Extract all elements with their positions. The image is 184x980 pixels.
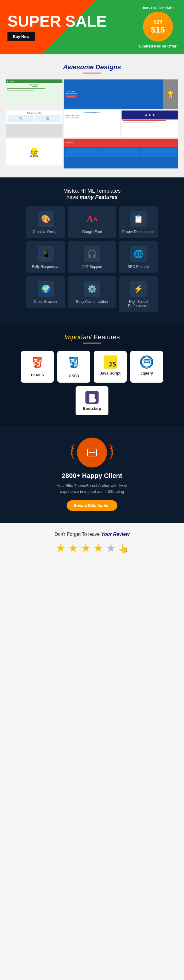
feature-creative-design: 🎨 Creative Design — [26, 207, 65, 239]
jquery-icon — [140, 355, 153, 369]
important-title-underline — [83, 343, 101, 344]
tech-javascript: JS Java Script — [94, 351, 127, 383]
price-circle: $29 $15 — [143, 12, 173, 41]
design-card-4: 25 Years of Experience 430+ Projects 20+… — [63, 110, 120, 137]
documented-label: Proper Documented — [122, 230, 154, 234]
feature-fully-responsive: 📱 Fully Responsive — [26, 241, 65, 273]
support-label: 24/7 Support — [82, 265, 103, 269]
elite-badge-icon — [77, 438, 107, 468]
javascript-icon: JS — [104, 355, 117, 369]
seo-icon: 🌐 — [130, 246, 147, 262]
important-features-section: Important Features HTML5 — [0, 323, 184, 426]
google-font-label: Google Font — [82, 230, 102, 234]
new-price: $15 — [151, 25, 165, 35]
sale-banner: SUPER SALE Buy Now Hurry Up! Don't Miss … — [0, 0, 184, 54]
title-underline — [83, 73, 101, 73]
feature-easy-customization: ⚙️ Easy Customization — [68, 276, 116, 308]
happy-client-section: 2800+ Happy Client As a Elite ThemeFores… — [0, 426, 184, 523]
feature-cross-browser: 🌍 Cross Browser — [26, 276, 65, 308]
features-right-col: 📋 Proper Documented 🌐 SEO Friendly ⚡ Hig… — [119, 207, 158, 312]
features-section-title: Mistox HTML Templates have many Features — [6, 188, 178, 200]
support-icon: 🎧 — [84, 246, 100, 262]
awesome-designs-section: Awesome Designs Mistox Solar PowerSystem — [0, 54, 184, 177]
tech-bootstrap: Bootstarp — [76, 386, 108, 415]
feature-seo-friendly: 🌐 SEO Friendly — [119, 241, 158, 273]
features-left-col: 🎨 Creative Design 📱 Fully Responsive 🌍 C… — [26, 207, 65, 312]
designs-grid: Mistox Solar PowerSystem BUILDING Servic… — [6, 80, 178, 169]
feature-247-support: 🎧 24/7 Support — [68, 241, 116, 273]
css3-icon — [67, 355, 80, 371]
stars-row: ★ ★ ★ ★ ★ 👆 — [6, 541, 178, 555]
design-card-7: Our Services — [63, 138, 178, 169]
google-font-icon: A A — [84, 211, 100, 227]
features-section: Mistox HTML Templates have many Features… — [0, 177, 184, 323]
seo-label: SEO Friendly — [128, 265, 149, 269]
awesome-designs-title: Awesome Designs — [6, 63, 178, 71]
fully-responsive-icon: 📱 — [38, 246, 54, 262]
features-center-col: A A Google Font 🎧 24/7 Support ⚙️ Easy C… — [68, 207, 116, 312]
bootstrap-label: Bootstarp — [83, 406, 101, 411]
feature-google-font: A A Google Font — [68, 207, 116, 239]
star-1: ★ — [56, 541, 66, 555]
customization-label: Easy Customization — [76, 299, 108, 304]
cursor-hand-icon: 👆 — [118, 544, 129, 554]
tech-css3: CSS3 — [57, 351, 90, 383]
old-price: $29 — [153, 19, 162, 25]
star-5: ★ — [106, 541, 116, 555]
review-section: Don't Forget To leave Your Review ★ ★ ★ … — [0, 523, 184, 564]
design-card-2: BUILDING Services Provider GET QUOTE 👷 — [63, 80, 178, 109]
sale-title: SUPER SALE — [8, 13, 106, 29]
tech-html5: HTML5 — [21, 351, 54, 383]
cross-browser-label: Cross Browser — [34, 299, 58, 304]
laurel-left-icon — [70, 443, 78, 463]
design-card-3: Welcome to plumber 🔧 🏠 — [6, 110, 62, 137]
star-4: ★ — [93, 541, 103, 555]
creative-design-icon: 🎨 — [38, 211, 54, 227]
star-2: ★ — [68, 541, 78, 555]
html5-label: HTML5 — [31, 373, 44, 377]
technologies-grid: HTML5 CSS3 JS Java Script — [6, 351, 178, 415]
speed-label: High Speed Performance — [122, 299, 155, 308]
speed-icon: ⚡ — [130, 281, 147, 297]
elite-author-button[interactable]: Envato Elite Author — [67, 500, 117, 511]
tech-jquery: Jquery — [130, 351, 163, 383]
documented-icon: 📋 — [130, 211, 147, 227]
bootstrap-icon — [86, 391, 98, 404]
limited-offer-text: Limited Period Offer — [139, 44, 176, 48]
fully-responsive-label: Fully Responsive — [32, 265, 59, 269]
review-text: Don't Forget To leave Your Review — [6, 532, 178, 537]
hurry-text: Hurry Up! Don't Miss — [139, 6, 176, 10]
css3-label: CSS3 — [69, 374, 79, 378]
client-count: 2800+ Happy Client — [6, 472, 178, 480]
feature-high-speed: ⚡ High Speed Performance — [119, 276, 158, 312]
important-features-title: Important Features — [6, 333, 178, 341]
jquery-label: Jquery — [140, 371, 153, 375]
feature-proper-documented: 📋 Proper Documented — [119, 207, 158, 239]
cross-browser-icon: 🌍 — [38, 281, 54, 297]
javascript-label: Java Script — [100, 371, 121, 375]
html5-icon — [31, 355, 44, 371]
design-card-1: Mistox Solar PowerSystem — [6, 80, 62, 107]
creative-design-label: Creative Design — [33, 230, 58, 234]
buy-now-button[interactable]: Buy Now — [8, 32, 35, 41]
features-layout: 🎨 Creative Design 📱 Fully Responsive 🌍 C… — [6, 207, 178, 312]
client-description: As a Elite ThemeForest Author with 6+ of… — [50, 483, 134, 494]
star-3: ★ — [81, 541, 91, 555]
design-card-6: 👷 — [6, 138, 62, 165]
laurel-right-icon — [106, 443, 114, 463]
badge-wrap — [77, 438, 107, 468]
customization-icon: ⚙️ — [84, 281, 100, 297]
design-card-5: ⭐ ⭐ ⭐ — [122, 110, 178, 137]
